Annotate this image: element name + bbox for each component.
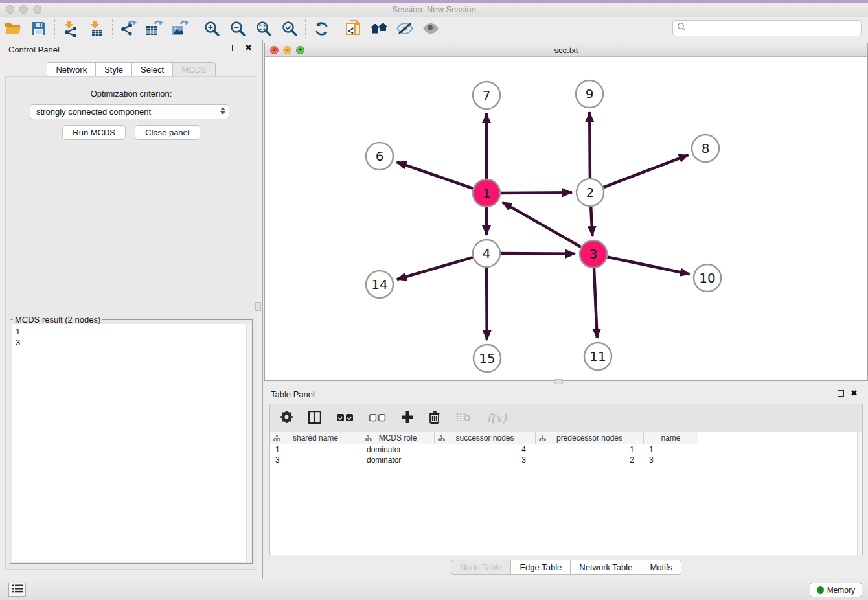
graph-edge-3-1[interactable] (502, 202, 581, 247)
import-table-button[interactable] (84, 18, 109, 39)
node-table-box: f(x) shared nameMCDS rolesuccessor nodes… (269, 404, 863, 555)
tab-motifs[interactable]: Motifs (641, 560, 681, 575)
zoom-selected-icon (282, 21, 298, 37)
graph-edge-1-2[interactable] (501, 192, 572, 193)
save-session-button[interactable] (26, 18, 52, 39)
clone-network-icon (345, 20, 361, 38)
graph-edge-3-11[interactable] (594, 268, 597, 338)
graph-node-8[interactable]: 8 (692, 135, 719, 162)
graph-edge-2-9[interactable] (589, 112, 590, 178)
float-table-panel-icon[interactable] (838, 390, 844, 397)
graph-edge-2-8[interactable] (604, 155, 689, 187)
tab-select[interactable]: Select (131, 62, 173, 77)
hide-selected-button[interactable] (392, 18, 418, 39)
export-table-button[interactable] (141, 18, 167, 39)
eye-icon (422, 23, 440, 34)
refresh-button[interactable] (308, 18, 334, 39)
optimization-criterion-select[interactable]: strongly connected component (30, 104, 229, 119)
close-panel-button[interactable]: Close panel (135, 125, 200, 140)
tab-mcds[interactable]: MCDS (172, 62, 215, 77)
add-column-button[interactable] (402, 411, 413, 426)
float-panel-icon[interactable] (232, 45, 238, 51)
table-cell[interactable]: dominator (361, 444, 435, 455)
column-header-MCDS-role[interactable]: MCDS role (361, 432, 435, 444)
table-cell[interactable]: 1 (644, 444, 698, 455)
table-cell[interactable]: 3 (270, 455, 361, 465)
tab-network[interactable]: Network (47, 62, 96, 77)
show-all-button[interactable] (418, 18, 444, 39)
graph-node-10[interactable]: 10 (694, 264, 721, 292)
memory-label: Memory (827, 586, 855, 595)
graph-node-4[interactable]: 4 (473, 240, 500, 267)
export-network-button[interactable] (115, 18, 141, 39)
graph-node-1[interactable]: 1 (473, 179, 500, 207)
tab-style[interactable]: Style (95, 62, 132, 77)
deselect-all-columns-button[interactable] (369, 413, 386, 424)
horizontal-splitter-handle[interactable] (554, 379, 563, 384)
graph-node-11[interactable]: 11 (584, 343, 611, 370)
open-session-button[interactable] (0, 18, 26, 39)
graph-node-6[interactable]: 6 (366, 143, 393, 170)
column-header-predecessor-nodes[interactable]: predecessor nodes (536, 432, 644, 444)
table-row[interactable]: 1dominator411 (270, 444, 862, 455)
tab-node-table[interactable]: Node Table (451, 560, 512, 575)
network-canvas[interactable]: 7968124314101511 (265, 58, 867, 380)
export-image-button[interactable] (167, 18, 193, 39)
table-cell[interactable]: 1 (536, 444, 644, 455)
table-cell[interactable]: dominator (361, 455, 435, 465)
column-header-name[interactable]: name (644, 432, 698, 444)
column-header-successor-nodes[interactable]: successor nodes (435, 432, 536, 444)
graph-edge-1-6[interactable] (397, 162, 474, 189)
eye-slash-icon (396, 22, 414, 35)
table-scrollbar[interactable] (857, 432, 862, 555)
table-settings-button[interactable] (280, 411, 293, 426)
graph-node-14[interactable]: 14 (366, 271, 393, 298)
tab-edge-table[interactable]: Edge Table (510, 560, 571, 575)
vertical-splitter-handle[interactable] (255, 302, 261, 311)
table-cell[interactable]: 3 (435, 455, 536, 465)
toolbar-separator (112, 19, 113, 38)
clone-network-button[interactable] (340, 18, 366, 39)
graph-node-3[interactable]: 3 (580, 240, 607, 268)
zoom-selected-button[interactable] (277, 18, 303, 39)
zoom-out-button[interactable] (225, 18, 251, 39)
task-history-button[interactable] (8, 583, 26, 597)
search-icon (677, 22, 687, 34)
run-mcds-button[interactable]: Run MCDS (62, 125, 126, 140)
import-network-button[interactable] (58, 18, 84, 39)
zoom-in-button[interactable] (199, 18, 225, 39)
close-table-panel-icon[interactable]: ✖ (851, 390, 858, 397)
table-cell[interactable]: 4 (435, 444, 536, 455)
tab-network-table[interactable]: Network Table (570, 560, 641, 575)
svg-text:9: 9 (586, 86, 594, 102)
graph-edge-2-3[interactable] (591, 207, 592, 236)
graph-edge-4-15[interactable] (486, 268, 487, 340)
graph-edge-4-3[interactable] (501, 253, 575, 254)
delete-column-button[interactable] (429, 411, 440, 426)
graph-node-15[interactable]: 15 (474, 345, 501, 372)
result-line: 1 (16, 326, 247, 337)
toolbar-separator (305, 19, 306, 38)
table-toolbar: f(x) (270, 404, 862, 432)
select-all-columns-button[interactable] (337, 413, 354, 424)
svg-text:10: 10 (699, 270, 715, 286)
table-cell[interactable]: 1 (270, 444, 361, 455)
table-row[interactable]: 3dominator323 (270, 455, 862, 465)
result-scrollbar[interactable] (246, 324, 251, 562)
graph-edge-4-14[interactable] (397, 257, 473, 279)
memory-button[interactable]: Memory (810, 583, 862, 597)
search-input[interactable] (672, 20, 862, 36)
graph-node-7[interactable]: 7 (473, 82, 500, 109)
zoom-fit-button[interactable] (251, 18, 277, 39)
column-header-shared-name[interactable]: shared name (270, 432, 361, 444)
mcds-result-textarea[interactable]: 13 (12, 324, 251, 562)
graph-node-9[interactable]: 9 (576, 80, 603, 108)
svg-text:15: 15 (479, 351, 495, 366)
table-cell[interactable]: 3 (644, 455, 698, 465)
home-view-button[interactable] (366, 18, 392, 39)
close-panel-icon[interactable]: ✖ (245, 45, 252, 51)
graph-node-2[interactable]: 2 (577, 179, 604, 206)
table-split-view-button[interactable] (308, 411, 321, 426)
table-cell[interactable]: 2 (536, 455, 644, 465)
graph-edge-3-10[interactable] (608, 257, 690, 275)
